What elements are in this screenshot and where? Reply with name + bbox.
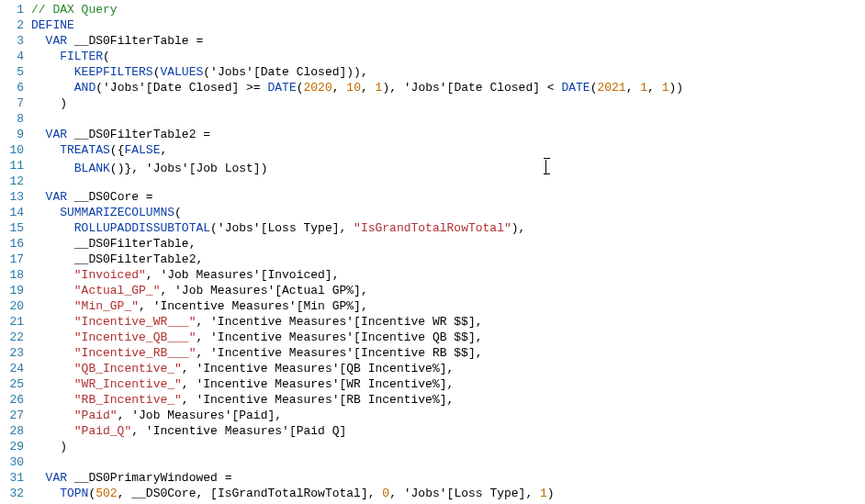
token-func: TREATAS: [60, 143, 110, 157]
line-number: 21: [4, 314, 24, 330]
token-string: "Paid": [74, 409, 118, 422]
token-punct: ,: [361, 284, 368, 297]
code-line[interactable]: DEFINE: [31, 17, 683, 33]
code-line[interactable]: "WR_Incentive_", 'Incentive Measures'[WR…: [31, 376, 683, 392]
token-punct: ,: [361, 299, 368, 313]
token-punct: ,: [447, 393, 455, 407]
line-number: 7: [4, 95, 24, 111]
line-number: 6: [4, 80, 24, 95]
code-line[interactable]: VAR __DS0FilterTable2 =: [31, 127, 683, 142]
code-line[interactable]: "Paid_Q", 'Incentive Measures'[Paid Q]: [31, 423, 683, 439]
code-line[interactable]: ): [31, 95, 683, 111]
token-ident: 'Jobs': [146, 162, 189, 175]
token-string: "Incentive_WR___": [74, 315, 197, 329]
token-string: "IsGrandTotalRowTotal": [354, 221, 511, 235]
token-punct: ,: [332, 81, 347, 95]
token-punct: ,: [476, 315, 483, 329]
token-punct: [67, 34, 74, 48]
line-number: 8: [4, 111, 24, 127]
token-punct: ,: [361, 81, 376, 95]
code-line[interactable]: "Incentive_WR___", 'Incentive Measures'[…: [31, 314, 683, 330]
code-line[interactable]: __DS0FilterTable2,: [31, 252, 683, 267]
code-line[interactable]: "Incentive_RB___", 'Incentive Measures'[…: [31, 345, 683, 361]
code-line[interactable]: ): [31, 439, 683, 454]
token-number: 0: [382, 487, 389, 500]
token-punct: =: [218, 471, 239, 485]
code-line[interactable]: "Incentive_QB___", 'Incentive Measures'[…: [31, 330, 683, 345]
line-number: 16: [4, 236, 24, 252]
code-line[interactable]: "RB_Incentive_", 'Incentive Measures'[RB…: [31, 392, 683, 408]
token-ident: [Paid Q]: [289, 424, 346, 438]
token-punct: ({: [110, 143, 125, 157]
code-line[interactable]: "Min_GP_", 'Incentive Measures'[Min GP%]…: [31, 298, 683, 314]
code-line[interactable]: SUMMARIZECOLUMNS(: [31, 205, 683, 220]
token-punct: ,: [196, 252, 203, 266]
token-punct: ,: [275, 409, 282, 422]
code-line[interactable]: __DS0FilterTable,: [31, 236, 683, 252]
code-line[interactable]: VAR __DS0FilterTable =: [31, 33, 683, 49]
code-line[interactable]: [31, 454, 683, 470]
token-var: __DS0Core: [74, 190, 139, 204]
token-string: "WR_Incentive_": [74, 377, 182, 391]
line-number: 29: [4, 439, 24, 454]
line-number: 31: [4, 470, 24, 486]
token-punct: ): [60, 96, 67, 110]
token-func: KEEPFILTERS: [74, 65, 153, 79]
code-line[interactable]: "Paid", 'Job Measures'[Paid],: [31, 408, 683, 423]
code-line[interactable]: VAR __DS0PrimaryWindowed =: [31, 470, 683, 486]
token-string: "Min_GP_": [74, 299, 139, 313]
line-number: 18: [4, 267, 24, 283]
token-ident: 'Incentive Measures': [210, 330, 354, 344]
token-punct: (: [174, 206, 182, 219]
token-punct: ,: [189, 237, 197, 251]
code-line[interactable]: ROLLUPADDISSUBTOTAL('Jobs'[Loss Type], "…: [31, 220, 683, 236]
line-number: 17: [4, 252, 24, 267]
token-punct: ,: [182, 377, 197, 391]
token-punct: ,: [389, 487, 404, 500]
token-punct: ()},: [110, 162, 146, 175]
code-line[interactable]: TREATAS({FALSE,: [31, 142, 683, 158]
line-number: 5: [4, 64, 24, 80]
code-line[interactable]: [31, 111, 683, 127]
line-number: 15: [4, 220, 24, 236]
token-ident: [Date Closed]: [146, 81, 239, 95]
code-line[interactable]: [31, 174, 683, 189]
line-number: 2: [4, 17, 24, 33]
token-keyword: VAR: [46, 128, 67, 141]
line-number: 32: [4, 486, 24, 501]
token-ident: 'Jobs': [103, 81, 146, 95]
code-line[interactable]: "QB_Incentive_", 'Incentive Measures'[QB…: [31, 361, 683, 376]
token-ident: [Invoiced]: [261, 268, 332, 282]
code-line[interactable]: AND('Jobs'[Date Closed] >= DATE(2020, 10…: [31, 80, 683, 95]
token-ident: 'Job Measures': [174, 284, 275, 297]
code-line[interactable]: FILTER(: [31, 49, 683, 64]
code-line[interactable]: TOPN(502, __DS0Core, [IsGrandTotalRowTot…: [31, 486, 683, 501]
token-number: 1: [640, 81, 647, 95]
code-line[interactable]: "Invoiced", 'Job Measures'[Invoiced],: [31, 267, 683, 283]
token-string: "Incentive_RB___": [74, 346, 197, 360]
token-func: AND: [74, 81, 95, 95]
code-editor[interactable]: 1234567891011121314151617181920212223242…: [0, 0, 865, 504]
code-line[interactable]: "Actual_GP_", 'Job Measures'[Actual GP%]…: [31, 283, 683, 298]
code-line[interactable]: KEEPFILTERS(VALUES('Jobs'[Date Closed]))…: [31, 64, 683, 80]
line-number: 3: [4, 33, 24, 49]
token-ident: [Incentive RB $$]: [354, 346, 476, 360]
token-punct: =: [189, 34, 210, 48]
code-line[interactable]: // DAX Query: [31, 2, 683, 17]
line-number: 9: [4, 127, 24, 142]
token-punct: )): [669, 81, 684, 95]
code-line[interactable]: VAR __DS0Core =: [31, 189, 683, 205]
line-number: 28: [4, 423, 24, 439]
line-number: 4: [4, 49, 24, 64]
token-ident: [Job Lost]: [189, 162, 261, 175]
token-ident: [WR Incentive%]: [339, 377, 446, 391]
token-punct: (: [103, 50, 110, 63]
token-punct: ,: [118, 487, 132, 500]
line-number: 26: [4, 392, 24, 408]
token-punct: =: [139, 190, 160, 204]
code-area[interactable]: // DAX QueryDEFINE VAR __DS0FilterTable …: [28, 0, 683, 504]
code-line[interactable]: BLANK()}, 'Jobs'[Job Lost]): [31, 158, 683, 174]
token-ident: [Paid]: [231, 409, 275, 422]
token-punct: ,: [626, 81, 641, 95]
token-keyword: VAR: [46, 190, 67, 204]
